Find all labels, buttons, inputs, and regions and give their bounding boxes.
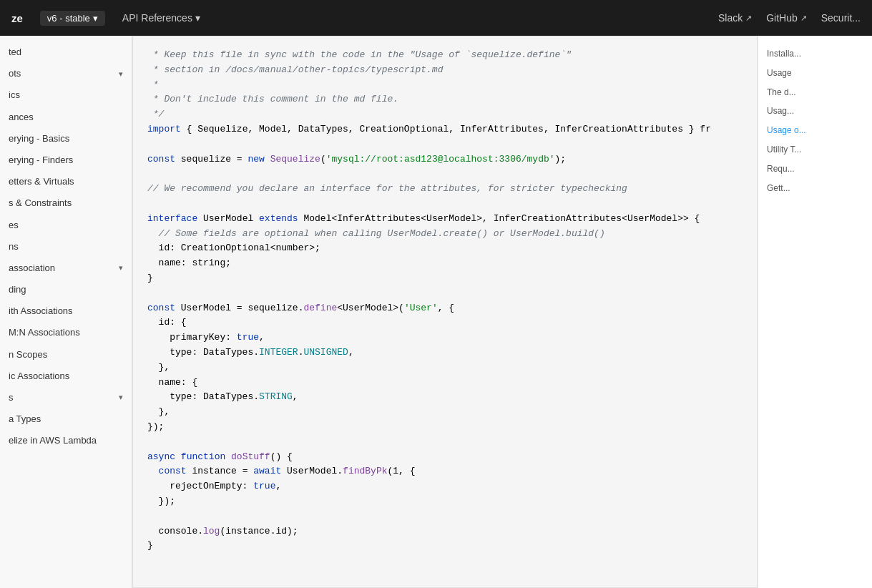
code-panel: * Keep this file in sync with the code i… [132,36,758,588]
github-link[interactable]: GitHub ↗ [766,12,807,24]
sidebar-item-scopes[interactable]: n Scopes [0,344,132,366]
toc-item-gett[interactable]: Gett... [758,179,872,198]
slack-link[interactable]: Slack ↗ [718,12,752,24]
sidebar-item-a-types[interactable]: a Types [0,408,132,430]
sidebar-item-ics[interactable]: ics [0,84,132,106]
version-selector[interactable]: v6 - stable ▾ [40,11,105,26]
chevron-down-icon: ▾ [119,263,123,273]
toc-item-usage[interactable]: Usage [758,64,872,83]
sidebar-item-ns[interactable]: ns [0,236,132,258]
chevron-down-icon: ▾ [93,13,98,24]
toc-item-usage-c[interactable]: Usage o... [758,121,872,140]
chevron-down-icon: ▾ [119,69,123,79]
sidebar-item-ding[interactable]: ding [0,279,132,300]
external-link-icon: ↗ [800,14,807,23]
main-layout: ted ots ▾ ics ances erying - Basics eryi… [0,36,872,588]
toc-item-requ[interactable]: Requ... [758,160,872,179]
chevron-down-icon: ▾ [195,12,200,24]
sidebar-item-ted[interactable]: ted [0,41,132,63]
sidebar-item-s[interactable]: s ▾ [0,387,132,408]
sidebar-item-ots[interactable]: ots ▾ [0,63,132,84]
sidebar-item-with-associations[interactable]: ith Associations [0,300,132,322]
toc-item-the[interactable]: The d... [758,83,872,102]
sidebar-item-mn-associations[interactable]: M:N Associations [0,322,132,343]
external-link-icon: ↗ [745,14,752,23]
chevron-down-icon: ▾ [119,392,123,403]
sidebar-item-querying-finders[interactable]: erying - Finders [0,150,132,171]
sidebar-item-querying-basics[interactable]: erying - Basics [0,128,132,150]
sidebar-item-constraints[interactable]: s & Constraints [0,192,132,214]
sidebar-item-association[interactable]: association ▾ [0,258,132,279]
code-block: * Keep this file in sync with the code i… [132,36,758,588]
sidebar-item-getters-virtuals[interactable]: etters & Virtuals [0,171,132,192]
sidebar-item-lambda[interactable]: elize in AWS Lambda [0,430,132,451]
api-references-menu[interactable]: API References ▾ [122,12,200,24]
toc-item-installa[interactable]: Installa... [758,44,872,64]
toc-item-utility-t[interactable]: Utility T... [758,140,872,160]
top-nav: ze v6 - stable ▾ API References ▾ Slack … [0,0,872,36]
sidebar-item-es[interactable]: es [0,215,132,236]
nav-right: Slack ↗ GitHub ↗ Securit... [718,12,861,24]
sidebar-item-ances[interactable]: ances [0,107,132,128]
toc-item-usag2[interactable]: Usag... [758,102,872,121]
sidebar: ted ots ▾ ics ances erying - Basics eryi… [0,36,132,588]
brand-logo: ze [11,12,23,24]
security-link[interactable]: Securit... [821,12,861,24]
sidebar-item-ic-associations[interactable]: ic Associations [0,366,132,387]
toc-panel: Installa... Usage The d... Usag... Usage… [758,36,872,588]
